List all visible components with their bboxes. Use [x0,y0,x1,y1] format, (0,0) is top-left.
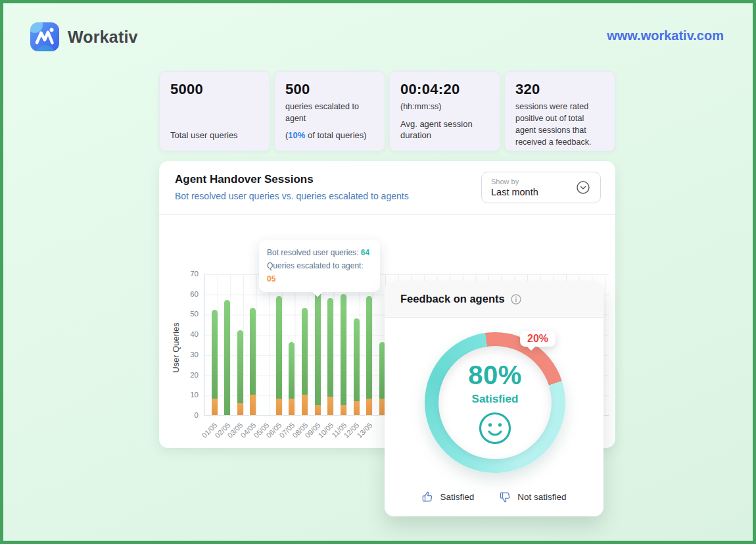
donut-center: 80% Satisfied [438,346,552,459]
stacked-bar-08/05[interactable] [302,308,308,415]
escalated-segment [289,399,295,415]
tooltip-value-bot: 64 [361,248,369,257]
escalated-segment [366,399,372,415]
legend-item-satisfied: Satisfied [421,491,474,503]
chevron-down-icon [575,180,591,195]
bot-resolved-segment [302,308,308,395]
legend-item-not-satisfied: Not satisfied [499,491,566,503]
y-tick-label: 40 [190,330,199,338]
bot-resolved-segment [315,285,321,405]
stacked-bar-03/05[interactable] [237,330,243,415]
website-link[interactable]: www.workativ.com [607,28,724,43]
tooltip-line-bot-resolved: Bot resolved user queries: 64 [267,247,372,260]
escalated-segment [276,399,282,415]
bot-resolved-segment [250,308,256,395]
stacked-bar-09/05[interactable] [315,285,321,415]
stacked-bar-10/05[interactable] [327,298,333,415]
stat-card-avg-duration: 00:04:20 (hh:mm:ss) Avg. agent session d… [389,71,500,151]
info-icon[interactable] [510,293,522,305]
stats-row: 5000 Total user queries 500 queries esca… [159,71,615,151]
satisfaction-donut-chart[interactable]: 80% Satisfied [425,332,565,473]
escalated-segment [315,405,321,415]
tooltip-value-escalated: 05 [267,274,275,284]
legend-label: Not satisfied [517,492,566,502]
feedback-legend: Satisfied Not satisfied [385,491,603,503]
bot-resolved-segment [354,318,360,401]
stat-card-total-queries: 5000 Total user queries [159,71,270,151]
agent-handover-header: Agent Handover Sessions Bot resolved use… [159,161,615,215]
stacked-bar-04/05[interactable] [250,308,256,415]
escalated-segment [341,405,346,415]
feedback-on-agents-card: Feedback on agents 80% Satisfied 20% [385,281,603,516]
thumbs-down-icon [499,491,511,503]
stat-value: 00:04:20 [400,81,489,98]
percent-highlight: 10% [288,130,305,140]
y-tick-label: 0 [195,411,199,419]
stat-value: 500 [285,81,374,98]
stat-card-rated-positive: 320 sessions were rated positive out of … [504,71,615,151]
stat-label: Avg. agent session duration [400,118,489,141]
stat-value: 5000 [170,81,259,98]
feedback-title: Feedback on agents [400,293,505,305]
bot-resolved-segment [276,296,282,399]
y-tick-label: 50 [190,310,199,318]
stacked-bar-02/05[interactable] [224,300,230,415]
bot-resolved-segment [341,294,346,405]
thumbs-up-icon [421,491,434,503]
smiley-face-icon [478,411,512,445]
stacked-bar-06/05[interactable] [276,296,282,415]
y-tick-label: 10 [190,391,199,399]
stat-subtitle: sessions were rated positive out of tota… [515,101,604,149]
dashboard-page: { "page": { "brand": "Workativ", "websit… [0,0,756,544]
tooltip-line-escalated: Queries escalated to agent: 05 [267,260,372,286]
escalated-segment [212,399,218,415]
stat-subtitle: queries escalated to agent [285,101,374,124]
stacked-bar-12/05[interactable] [354,318,360,415]
stat-value: 320 [515,81,604,98]
show-by-value: Last month [491,187,538,197]
escalated-segment [237,403,243,415]
escalated-segment [250,395,256,415]
satisfied-label: Satisfied [472,393,519,406]
brand: Workativ [30,22,138,52]
bar-tooltip: Bot resolved user queries: 64 Queries es… [259,240,380,292]
stat-label: (10% of total queries) [285,130,374,141]
legend-label: Satisfied [440,492,474,502]
show-by-dropdown[interactable]: Show by Last month [481,172,601,203]
workativ-logo-icon [30,22,60,52]
stacked-bar-13/05[interactable] [366,296,372,415]
satisfied-percent: 80% [468,360,522,390]
brand-name: Workativ [68,28,138,47]
bot-resolved-segment [212,310,218,399]
y-tick-label: 70 [190,270,199,278]
stat-card-escalated: 500 queries escalated to agent (10% of t… [274,71,385,151]
bot-resolved-segment [327,298,333,397]
not-satisfied-badge: 20% [520,331,555,347]
show-by-label: Show by [491,178,538,185]
feedback-header: Feedback on agents [385,281,603,318]
y-axis-ticks: 010203040506070 [176,274,199,416]
escalated-segment [354,401,360,416]
stacked-bar-11/05[interactable] [341,294,346,415]
stacked-bar-01/05[interactable] [212,310,218,415]
bot-resolved-segment [289,342,295,399]
y-tick-label: 60 [190,290,199,298]
y-tick-label: 20 [190,371,199,379]
escalated-segment [302,395,308,415]
y-tick-label: 30 [190,351,199,359]
escalated-segment [327,397,333,415]
bot-resolved-segment [224,300,230,415]
bot-resolved-segment [237,330,243,403]
stat-subtitle: (hh:mm:ss) [400,101,489,112]
bot-resolved-segment [366,296,372,399]
stat-label: Total user queries [170,130,259,141]
stacked-bar-07/05[interactable] [289,342,295,415]
